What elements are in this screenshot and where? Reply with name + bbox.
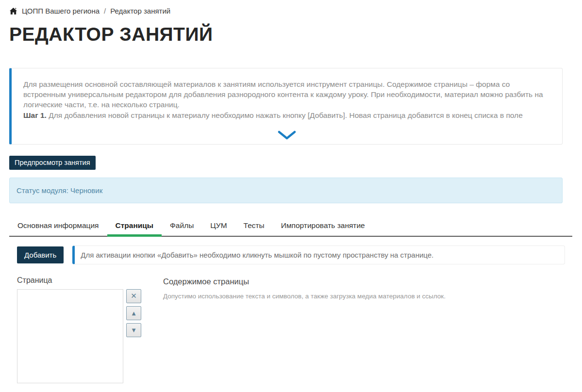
step-label: Шаг 1.: [23, 111, 47, 119]
pages-editor-section: Страница ✕ ▲ ▼ Содержимое страницы Допус…: [17, 276, 572, 383]
page-container: ЦОПП Вашего региона / Редактор занятий Р…: [9, 0, 572, 383]
instructions-paragraph: Для размещения основной составляющей мат…: [23, 79, 550, 110]
preview-lesson-button[interactable]: Предпросмотр занятия: [9, 156, 96, 170]
pages-listbox[interactable]: [17, 289, 123, 383]
pages-list-controls: ✕ ▲ ▼: [126, 289, 141, 383]
move-page-down-button[interactable]: ▼: [126, 323, 141, 337]
breadcrumb-current: Редактор занятий: [110, 7, 170, 15]
tab-cum[interactable]: ЦУМ: [202, 216, 235, 236]
pages-list-label: Страница: [17, 276, 147, 285]
breadcrumb-link-home[interactable]: ЦОПП Вашего региона: [22, 7, 100, 15]
pages-list-panel: Страница ✕ ▲ ▼: [17, 276, 147, 383]
breadcrumb-separator: /: [104, 7, 106, 15]
page-content-hint: Допустимо использование текста и символо…: [163, 293, 446, 300]
page-content-title: Содержимое страницы: [163, 277, 446, 286]
home-icon[interactable]: [9, 7, 17, 15]
page-content-panel: Содержимое страницы Допустимо использова…: [163, 276, 446, 383]
add-page-button[interactable]: Добавить: [17, 246, 64, 263]
tab-files[interactable]: Файлы: [162, 216, 202, 236]
add-button-hint-text: Для активации кнопки «Добавить» необходи…: [81, 251, 433, 259]
tab-pages[interactable]: Страницы: [107, 216, 162, 237]
step-text: Для добавления новой страницы к материал…: [49, 111, 523, 119]
tab-tests[interactable]: Тесты: [235, 216, 273, 236]
remove-page-button[interactable]: ✕: [126, 289, 141, 303]
tab-main-info[interactable]: Основная информация: [9, 216, 107, 236]
instructions-panel: Для размещения основной составляющей мат…: [9, 68, 563, 145]
page-title: РЕДАКТОР ЗАНЯТИЙ: [9, 24, 572, 45]
move-page-up-button[interactable]: ▲: [126, 306, 141, 320]
add-page-row: Добавить Для активации кнопки «Добавить»…: [17, 245, 572, 264]
chevron-down-icon[interactable]: [278, 131, 296, 140]
tab-bar: Основная информация Страницы Файлы ЦУМ Т…: [9, 216, 572, 237]
instructions-step: Шаг 1. Для добавления новой страницы к м…: [23, 110, 550, 120]
breadcrumb: ЦОПП Вашего региона / Редактор занятий: [9, 0, 572, 15]
module-status-banner: Статус модуля: Черновик: [9, 178, 563, 203]
tab-import-lesson[interactable]: Импортировать занятие: [273, 216, 373, 236]
add-button-hint: Для активации кнопки «Добавить» необходи…: [72, 245, 565, 264]
module-status-text: Статус модуля: Черновик: [17, 186, 102, 195]
